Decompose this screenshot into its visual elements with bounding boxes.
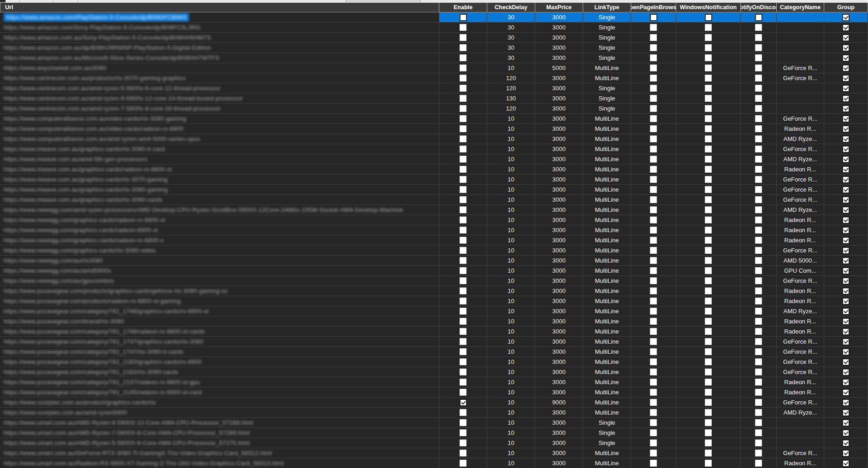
notifyOnDiscord-cell[interactable] bbox=[741, 357, 777, 367]
checkDelay-cell[interactable]: 130 bbox=[487, 94, 535, 103]
windowsNotification-checkbox-unchecked[interactable] bbox=[705, 328, 712, 335]
windowsNotification-cell[interactable] bbox=[676, 347, 741, 357]
url-cell[interactable]: https://www.umart.com.au/AMD-Ryzen-9-590… bbox=[0, 418, 439, 427]
windowsNotification-checkbox-unchecked[interactable] bbox=[705, 216, 712, 223]
maxPrice-cell[interactable]: 3000 bbox=[535, 438, 583, 448]
openPageInBrowser-checkbox-unchecked[interactable] bbox=[650, 125, 657, 132]
openPageInBrowser-checkbox-unchecked[interactable] bbox=[650, 44, 657, 51]
grid-row[interactable]: https://www.pccasegear.com/category/781_… bbox=[0, 387, 868, 398]
checkDelay-cell[interactable]: 30 bbox=[487, 43, 535, 53]
linkType-cell[interactable]: MultiLine bbox=[583, 367, 631, 377]
group-cell[interactable] bbox=[824, 53, 868, 63]
grid-row[interactable]: https://www.pccasegear.com/products/grap… bbox=[0, 286, 868, 296]
windowsNotification-cell[interactable] bbox=[676, 428, 741, 438]
group-checkbox-checked[interactable] bbox=[842, 75, 850, 82]
openPageInBrowser-cell[interactable] bbox=[631, 347, 676, 357]
group-cell[interactable] bbox=[824, 63, 868, 73]
notifyOnDiscord-checkbox-unchecked[interactable] bbox=[755, 348, 762, 355]
column-header-linkType[interactable]: LinkType bbox=[583, 3, 631, 12]
openPageInBrowser-cell[interactable] bbox=[631, 286, 676, 296]
notifyOnDiscord-checkbox-unchecked[interactable] bbox=[755, 176, 762, 183]
openPageInBrowser-cell[interactable] bbox=[631, 438, 676, 448]
checkDelay-cell[interactable]: 10 bbox=[487, 398, 535, 407]
enable-checkbox-unchecked[interactable] bbox=[460, 369, 466, 375]
notifyOnDiscord-cell[interactable] bbox=[741, 438, 777, 448]
linkType-cell[interactable]: MultiLine bbox=[583, 225, 631, 235]
linkType-cell[interactable]: Single bbox=[583, 83, 631, 93]
notifyOnDiscord-cell[interactable] bbox=[741, 246, 777, 255]
windowsNotification-cell[interactable] bbox=[676, 73, 741, 83]
enable-cell[interactable] bbox=[439, 438, 487, 448]
enable-checkbox-unchecked[interactable] bbox=[460, 247, 466, 254]
group-checkbox-checked[interactable] bbox=[842, 85, 850, 92]
grid-row[interactable]: https://www.amazon.com/PlayStation-5-Con… bbox=[0, 12, 868, 23]
enable-cell[interactable] bbox=[439, 12, 487, 22]
windowsNotification-checkbox-unchecked[interactable] bbox=[705, 318, 712, 325]
windowsNotification-cell[interactable] bbox=[676, 235, 741, 245]
enable-checkbox-unchecked[interactable] bbox=[460, 34, 466, 41]
openPageInBrowser-checkbox-unchecked[interactable] bbox=[650, 237, 657, 244]
linkType-cell[interactable]: MultiLine bbox=[583, 144, 631, 154]
enable-cell[interactable] bbox=[439, 144, 487, 154]
enable-checkbox-unchecked[interactable] bbox=[460, 44, 466, 51]
maxPrice-cell[interactable]: 3000 bbox=[535, 215, 583, 225]
windowsNotification-cell[interactable] bbox=[676, 94, 741, 103]
checkDelay-cell[interactable]: 10 bbox=[487, 306, 535, 316]
linkType-cell[interactable]: MultiLine bbox=[583, 306, 631, 316]
notifyOnDiscord-cell[interactable] bbox=[741, 33, 777, 42]
enable-cell[interactable] bbox=[439, 83, 487, 93]
maxPrice-cell[interactable]: 3000 bbox=[535, 175, 583, 184]
categoryName-cell[interactable]: GeForce R... bbox=[777, 337, 824, 346]
group-cell[interactable] bbox=[824, 327, 868, 336]
group-cell[interactable] bbox=[824, 104, 868, 113]
categoryName-cell[interactable] bbox=[777, 438, 824, 448]
notifyOnDiscord-checkbox-unchecked[interactable] bbox=[755, 267, 762, 274]
categoryName-cell[interactable]: GeForce R... bbox=[777, 175, 824, 184]
url-cell[interactable]: https://www.amazon.com/PlayStation-5-Con… bbox=[0, 12, 439, 22]
notifyOnDiscord-checkbox-unchecked[interactable] bbox=[755, 338, 762, 345]
enable-cell[interactable] bbox=[439, 316, 487, 326]
windowsNotification-checkbox-unchecked[interactable] bbox=[705, 115, 712, 122]
enable-cell[interactable] bbox=[439, 246, 487, 255]
grid-row[interactable]: https://www.newegg.com/graphics-cards/ra… bbox=[0, 225, 868, 235]
notifyOnDiscord-checkbox-unchecked[interactable] bbox=[755, 389, 762, 396]
notifyOnDiscord-checkbox-unchecked[interactable] bbox=[755, 34, 762, 41]
linkType-cell[interactable]: MultiLine bbox=[583, 347, 631, 357]
notifyOnDiscord-checkbox-unchecked[interactable] bbox=[755, 257, 762, 264]
linkType-cell[interactable]: Single bbox=[583, 43, 631, 53]
windowsNotification-cell[interactable] bbox=[676, 134, 741, 144]
linkType-cell[interactable]: MultiLine bbox=[583, 286, 631, 296]
group-checkbox-checked[interactable] bbox=[842, 227, 850, 234]
linkType-cell[interactable]: Single bbox=[583, 23, 631, 32]
group-cell[interactable] bbox=[824, 266, 868, 275]
grid-row[interactable]: https://www.computeralliance.com.au/vide… bbox=[0, 124, 868, 134]
url-cell[interactable]: https://www.pccasegear.com/category/781_… bbox=[0, 377, 439, 387]
openPageInBrowser-cell[interactable] bbox=[631, 458, 676, 468]
group-checkbox-checked[interactable] bbox=[842, 389, 850, 396]
checkDelay-cell[interactable]: 120 bbox=[487, 83, 535, 93]
maxPrice-cell[interactable]: 3000 bbox=[535, 53, 583, 63]
enable-cell[interactable] bbox=[439, 195, 487, 205]
notifyOnDiscord-cell[interactable] bbox=[741, 337, 777, 346]
enable-cell[interactable] bbox=[439, 164, 487, 174]
notifyOnDiscord-checkbox-unchecked[interactable] bbox=[755, 308, 762, 315]
openPageInBrowser-checkbox-unchecked[interactable] bbox=[650, 176, 657, 183]
windowsNotification-cell[interactable] bbox=[676, 377, 741, 387]
windowsNotification-cell[interactable] bbox=[676, 124, 741, 134]
url-cell[interactable]: https://www.computeralliance.com.au/vide… bbox=[0, 124, 439, 134]
group-checkbox-checked[interactable] bbox=[842, 338, 850, 345]
windowsNotification-checkbox-unchecked[interactable] bbox=[705, 419, 712, 426]
group-cell[interactable] bbox=[824, 438, 868, 448]
linkType-cell[interactable]: MultiLine bbox=[583, 134, 631, 144]
windowsNotification-cell[interactable] bbox=[676, 276, 741, 286]
linkType-cell[interactable]: Single bbox=[583, 53, 631, 63]
enable-checkbox-unchecked[interactable] bbox=[460, 328, 466, 335]
enable-checkbox-checked[interactable] bbox=[460, 399, 467, 406]
notifyOnDiscord-checkbox-unchecked[interactable] bbox=[755, 95, 762, 102]
group-cell[interactable] bbox=[824, 418, 868, 427]
url-cell[interactable]: https://www.anycmarket.com.au/3060 bbox=[0, 63, 439, 73]
windowsNotification-cell[interactable] bbox=[676, 205, 741, 215]
group-cell[interactable] bbox=[824, 235, 868, 245]
categoryName-cell[interactable]: GeForce R... bbox=[777, 63, 824, 73]
group-checkbox-checked[interactable] bbox=[842, 135, 850, 143]
